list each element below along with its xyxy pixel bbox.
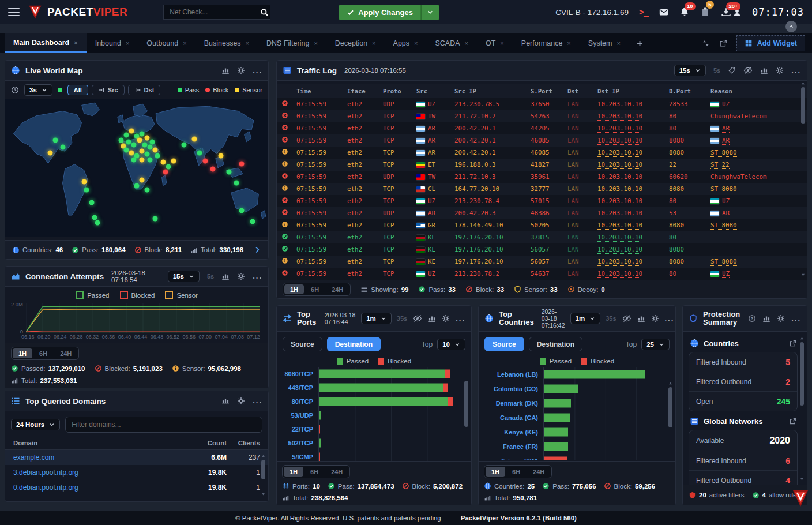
chart-view-icon[interactable] xyxy=(221,397,230,405)
help-icon[interactable]: ? xyxy=(748,314,756,322)
range-6h-button[interactable]: 6H xyxy=(304,467,324,477)
range-1h-button[interactable]: 1H xyxy=(486,467,505,477)
range-24h-button[interactable]: 24H xyxy=(325,467,348,477)
scroll-up-icon[interactable] xyxy=(799,336,805,341)
column-src[interactable]: Src xyxy=(416,88,454,95)
chart-view-icon[interactable] xyxy=(637,314,645,322)
external-link-icon[interactable] xyxy=(789,340,796,347)
search-input[interactable] xyxy=(168,7,260,17)
new-tab-button[interactable] xyxy=(629,33,651,53)
gear-icon[interactable] xyxy=(237,272,245,280)
conn-interval-select[interactable]: 15s xyxy=(168,271,200,282)
range-24h-button[interactable]: 24H xyxy=(54,348,77,358)
mode-source-button[interactable]: Source xyxy=(484,337,524,351)
tab-close-icon[interactable]: × xyxy=(414,40,418,47)
protection-scrollbar[interactable] xyxy=(799,336,805,482)
legend-item-passed[interactable]: Passed xyxy=(540,358,572,365)
tab-main-dashboard[interactable]: Main Dashboard× xyxy=(5,33,87,53)
legend-item-blocked[interactable]: Blocked xyxy=(581,358,614,365)
domain-link[interactable]: 3.debian.pool.ntp.org xyxy=(13,468,186,477)
list-item[interactable]: 0.debian.pool.ntp.org19.8K1 xyxy=(5,480,268,495)
tab-close-icon[interactable]: × xyxy=(500,40,503,47)
table-row[interactable]: 07:15:59eth2TCPKE197.176.20.1056057LAN10… xyxy=(277,243,807,256)
ports-interval-select[interactable]: 1m xyxy=(361,313,392,324)
scrollbar-thumb[interactable] xyxy=(464,381,468,427)
table-row[interactable]: 07:15:59eth2TCPAR200.42.20.144205LAN10.2… xyxy=(277,122,807,134)
map-interval-select[interactable]: 3s xyxy=(24,84,52,96)
chart-view-icon[interactable] xyxy=(221,66,230,74)
list-item[interactable]: 3.debian.pool.ntp.org19.8K1 xyxy=(5,465,268,480)
column-src-ip[interactable]: Src IP xyxy=(454,88,531,95)
tab-apps[interactable]: Apps× xyxy=(385,33,427,53)
column-s-port[interactable]: S.Port xyxy=(531,88,567,95)
table-row[interactable]: 07:15:59eth2TCPGR178.146.49.1050205LAN10… xyxy=(277,219,807,231)
column-count[interactable]: Count xyxy=(186,440,227,447)
mode-destination-button[interactable]: Destination xyxy=(529,337,582,351)
range-24h-button[interactable]: 24H xyxy=(527,467,550,477)
tab-close-icon[interactable]: × xyxy=(314,40,317,47)
scroll-down-icon[interactable] xyxy=(799,477,805,482)
mode-source-button[interactable]: Source xyxy=(283,337,322,351)
tab-close-icon[interactable]: × xyxy=(567,40,570,47)
tab-businesses[interactable]: Businesses× xyxy=(196,33,258,53)
column-clients[interactable]: Clients xyxy=(227,440,260,447)
table-row[interactable]: 07:15:59eth2UDPAR200.42.20.348386LAN10.2… xyxy=(277,207,807,219)
eye-off-icon[interactable] xyxy=(622,314,631,323)
legend-item-passed[interactable]: Passed xyxy=(76,291,109,299)
tab-inbound[interactable]: Inbound× xyxy=(87,33,138,53)
map-filter-src[interactable]: Src xyxy=(92,85,125,95)
table-row[interactable]: 07:15:59eth2TCPAR200.42.20.146085LAN10.2… xyxy=(277,134,807,147)
domain-link[interactable]: example.com xyxy=(13,453,186,462)
column-dst-ip[interactable]: Dst IP xyxy=(597,88,669,95)
table-row[interactable]: 07:15:59eth2TCPET196.188.0.341827LAN10.2… xyxy=(277,159,807,171)
table-row[interactable]: 07:15:59eth2UDPUZ213.230.78.537650LAN10.… xyxy=(277,98,807,110)
map-filter-dst[interactable]: Dst xyxy=(128,85,161,95)
notifications-button[interactable]: 10 xyxy=(679,7,690,17)
tab-close-icon[interactable]: × xyxy=(246,40,249,47)
gear-icon[interactable] xyxy=(777,314,785,322)
legend-item-sensor[interactable]: Sensor xyxy=(165,291,197,299)
tab-dns-filtering[interactable]: DNS Filtering× xyxy=(258,33,326,53)
map-filter-all[interactable]: All xyxy=(67,85,88,95)
column-d-port[interactable]: D.Port xyxy=(669,88,710,95)
list-item[interactable]: example.com6.6M237 xyxy=(5,450,268,465)
scrollbar-thumb[interactable] xyxy=(800,342,804,406)
gear-icon[interactable] xyxy=(237,66,245,74)
top-n-select[interactable]: 10 xyxy=(437,339,465,350)
chart-view-icon[interactable] xyxy=(760,66,768,74)
column-dst[interactable]: Dst xyxy=(567,88,597,95)
add-widget-button[interactable]: Add Widget xyxy=(736,35,805,51)
table-row[interactable]: 07:15:59eth2TCPUZ213.230.78.254637LAN10.… xyxy=(277,268,807,280)
scrollbar-thumb[interactable] xyxy=(801,87,805,124)
domains-filter-input[interactable] xyxy=(65,417,262,433)
domains-scrollbar[interactable] xyxy=(260,453,266,497)
collapse-topbar-button[interactable] xyxy=(785,21,797,32)
tab-close-icon[interactable]: × xyxy=(126,40,129,47)
countries-interval-select[interactable]: 1m xyxy=(570,313,601,324)
tab-deception[interactable]: Deception× xyxy=(326,33,385,53)
mail-button[interactable] xyxy=(659,7,669,17)
net-check-search[interactable] xyxy=(163,5,270,20)
table-row[interactable]: 07:15:59eth2TCPKE197.176.20.1037815LAN10… xyxy=(277,231,807,243)
range-6h-button[interactable]: 6H xyxy=(506,467,526,477)
table-row[interactable]: 07:15:59eth2TCPCL164.77.20.1032777LAN10.… xyxy=(277,183,807,195)
sort-tabs-icon[interactable] xyxy=(702,39,710,47)
brand-logo[interactable]: PACKETVIPER xyxy=(28,4,127,20)
range-1h-button[interactable]: 1H xyxy=(13,348,32,358)
gear-icon[interactable] xyxy=(442,314,450,322)
apply-changes-button[interactable]: Apply Changes xyxy=(339,5,421,20)
scrollbar-thumb[interactable] xyxy=(261,460,265,479)
scroll-up-icon[interactable] xyxy=(800,81,806,86)
tag-filter-icon[interactable] xyxy=(728,66,736,74)
column-reason[interactable]: Reason xyxy=(710,88,807,95)
world-map[interactable] xyxy=(5,99,268,237)
domain-link[interactable]: 0.debian.pool.ntp.org xyxy=(13,483,186,492)
range-6h-button[interactable]: 6H xyxy=(33,348,53,358)
column-domain[interactable]: Domain xyxy=(13,440,186,447)
external-link-icon[interactable] xyxy=(789,418,796,425)
chart-view-icon[interactable] xyxy=(762,314,770,322)
domains-period-select[interactable]: 24 Hours xyxy=(11,419,60,430)
tasks-button[interactable]: 5 xyxy=(700,7,710,17)
tab-scada[interactable]: SCADA× xyxy=(426,33,477,53)
gear-icon[interactable] xyxy=(651,314,659,322)
